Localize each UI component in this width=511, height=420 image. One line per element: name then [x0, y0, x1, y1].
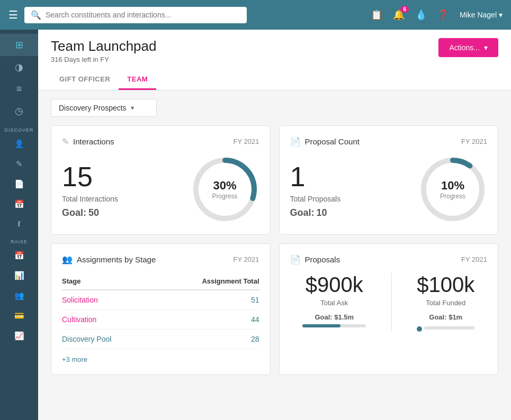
discovery-pool-link[interactable]: Discovery Pool — [62, 335, 111, 343]
sidebar-item-dashboard[interactable]: ⊞ — [0, 34, 38, 56]
sidebar-item-person[interactable]: 👤 — [0, 134, 38, 154]
total-ask-goal: Goal: $1.5m — [302, 313, 366, 321]
total-ask-label: Total Ask — [302, 299, 366, 307]
total-funded-label: Total Funded — [417, 299, 474, 307]
interactions-card-title: Interactions — [73, 137, 114, 146]
sidebar-item-document[interactable]: 📄 — [0, 174, 38, 194]
total-funded-number: $100k — [417, 273, 474, 297]
dashboard-icon: ⊞ — [15, 39, 23, 51]
help-icon[interactable]: ❓ — [437, 9, 449, 21]
discovery-prospects-dropdown[interactable]: Discovery Prospects ▾ — [51, 99, 157, 117]
cultivation-total: 44 — [154, 310, 259, 330]
assignments-table: Stage Assignment Total Solicitation 51 C… — [62, 273, 259, 349]
tab-bar: GIFT OFFICER TEAM — [51, 70, 498, 90]
user-menu[interactable]: Mike Nagel ▾ — [460, 11, 503, 19]
nav-right: 📋 🔔 6 💧 ❓ Mike Nagel ▾ — [371, 9, 503, 21]
funded-progress-bar — [424, 326, 474, 330]
interactions-card-fy: FY 2021 — [234, 138, 259, 145]
list-icon: ≡ — [16, 84, 22, 95]
sidebar-section-discover: DISCOVER — [0, 122, 38, 134]
pie-chart-icon: ◑ — [15, 61, 23, 73]
assignments-card-icon: 👥 — [62, 254, 73, 264]
sidebar-item-analytics[interactable]: 📈 — [0, 326, 38, 346]
notification-badge: 6 — [400, 6, 409, 13]
droplet-icon[interactable]: 💧 — [415, 9, 427, 21]
page-subtitle: 316 Days left in FY — [51, 56, 156, 63]
total-funded-block: $100k Total Funded Goal: $1m — [417, 273, 474, 332]
col-stage: Stage — [62, 273, 154, 290]
funded-progress-dot — [417, 326, 422, 332]
sidebar-item-raise-calendar[interactable]: 📅 — [0, 245, 38, 266]
actions-label: Actions... — [449, 43, 480, 52]
bar-chart-icon: 📊 — [14, 271, 24, 280]
proposal-count-label: Total Proposals — [290, 195, 341, 203]
team-icon: 👥 — [14, 291, 24, 300]
person-icon: 👤 — [14, 139, 24, 149]
sidebar-item-credit[interactable]: 💳 — [0, 306, 38, 326]
proposals-amounts: $900k Total Ask Goal: $1.5m $100k To — [290, 273, 488, 332]
sidebar-item-edit[interactable]: ✎ — [0, 154, 38, 174]
interactions-goal: Goal: 50 — [62, 207, 118, 218]
main-content: Team Launchpad 316 Days left in FY Actio… — [38, 30, 511, 420]
total-ask-number: $900k — [302, 273, 366, 297]
hamburger-icon[interactable]: ☰ — [8, 8, 18, 21]
sidebar-item-facebook[interactable]: f — [0, 214, 38, 234]
sidebar-item-history[interactable]: ◷ — [0, 100, 38, 122]
dropdown-label: Discovery Prospects — [59, 104, 127, 112]
facebook-icon: f — [18, 220, 21, 229]
assignments-card-fy: FY 2021 — [234, 255, 259, 263]
proposals-card-icon: 📄 — [290, 254, 301, 264]
sidebar-item-list[interactable]: ≡ — [0, 78, 38, 100]
interactions-total-number: 15 — [62, 161, 118, 193]
proposal-count-card-title: Proposal Count — [305, 137, 360, 146]
proposal-count-number: 1 — [290, 161, 341, 193]
interactions-goal-prefix: Goal: — [62, 207, 86, 218]
interactions-card-icon: ✎ — [62, 136, 69, 147]
sidebar-section-raise: RAISE — [0, 234, 38, 245]
table-row: Solicitation 51 — [62, 290, 259, 310]
interactions-progress-label: Progress — [212, 193, 237, 200]
notification-icon[interactable]: 🔔 6 — [393, 9, 405, 21]
sidebar-item-calendar[interactable]: 📅 — [0, 194, 38, 214]
search-bar[interactable]: 🔍 — [24, 7, 247, 23]
ask-progress-fill — [302, 324, 340, 327]
document-icon: 📄 — [14, 179, 24, 189]
ask-progress-bar — [302, 324, 366, 327]
credit-card-icon: 💳 — [14, 311, 24, 321]
page-header: Team Launchpad 316 Days left in FY Actio… — [38, 30, 511, 90]
solicitation-link[interactable]: Solicitation — [62, 296, 98, 304]
raise-calendar-icon: 📅 — [14, 251, 24, 260]
sidebar-item-bar-chart[interactable]: 📊 — [0, 266, 38, 286]
assignments-card: 👥 Assignments by Stage FY 2021 Stage Ass… — [51, 243, 271, 375]
search-icon: 🔍 — [31, 10, 41, 20]
proposal-count-progress-circle: 10% Progress — [418, 155, 487, 224]
clipboard-icon[interactable]: 📋 — [371, 9, 382, 21]
table-row: Discovery Pool 28 — [62, 330, 259, 349]
search-input[interactable] — [46, 11, 240, 19]
table-row: Cultivation 44 — [62, 310, 259, 330]
chevron-down-icon: ▾ — [499, 11, 503, 19]
interactions-progress-percent: 30% — [212, 179, 237, 193]
history-icon: ◷ — [15, 105, 23, 117]
interactions-card: ✎ Interactions FY 2021 15 Total Interact… — [51, 125, 271, 235]
analytics-icon: 📈 — [14, 331, 24, 341]
interactions-goal-value: 50 — [88, 207, 99, 218]
proposal-count-card-fy: FY 2021 — [461, 138, 487, 145]
chevron-down-icon: ▾ — [131, 104, 134, 112]
dashboard-grid: ✎ Interactions FY 2021 15 Total Interact… — [38, 125, 511, 388]
tab-team[interactable]: TEAM — [119, 70, 156, 90]
cultivation-link[interactable]: Cultivation — [62, 315, 96, 324]
discovery-pool-total: 28 — [154, 330, 259, 349]
more-link[interactable]: +3 more — [62, 355, 87, 363]
total-funded-goal: Goal: $1m — [417, 313, 474, 321]
total-ask-block: $900k Total Ask Goal: $1.5m — [302, 273, 366, 332]
page-title: Team Launchpad — [51, 38, 156, 54]
sidebar-item-chart[interactable]: ◑ — [0, 56, 38, 78]
proposal-count-card-icon: 📄 — [290, 136, 301, 147]
sidebar: ⊞ ◑ ≡ ◷ DISCOVER 👤 ✎ 📄 📅 f RAISE 📅 — [0, 30, 38, 420]
actions-button[interactable]: Actions... ▾ — [438, 38, 498, 57]
sidebar-item-team[interactable]: 👥 — [0, 286, 38, 306]
proposals-card-title: Proposals — [305, 255, 340, 264]
proposal-count-progress-label: Progress — [440, 193, 465, 200]
tab-gift-officer[interactable]: GIFT OFFICER — [51, 70, 119, 90]
